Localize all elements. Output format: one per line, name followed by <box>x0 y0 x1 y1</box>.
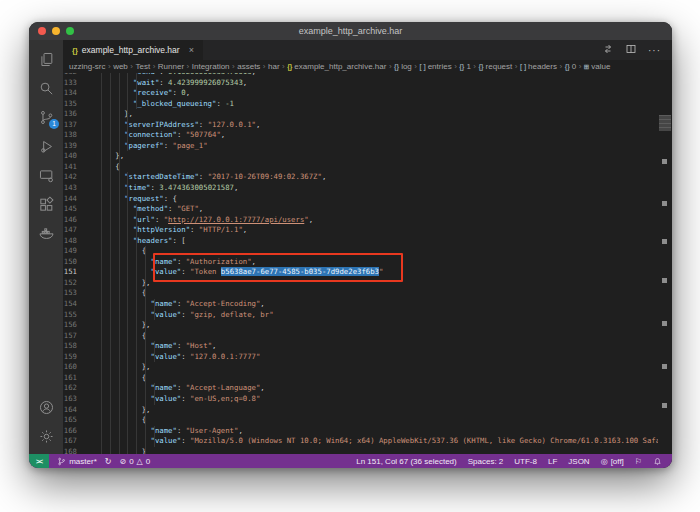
run-debug-icon[interactable] <box>31 132 61 161</box>
remote-indicator[interactable]: >< <box>29 454 49 468</box>
sync-button[interactable]: ↻ <box>105 457 112 466</box>
breadcrumb-label: uzzing-src <box>69 62 105 71</box>
breadcrumb-item[interactable]: web <box>113 62 128 71</box>
git-branch-icon <box>57 457 66 466</box>
breadcrumb-item[interactable]: Integration <box>192 62 230 71</box>
problems-indicator[interactable]: ⊘ 0 △ 0 <box>119 457 150 466</box>
editor[interactable]: 132 "send": 0.10200000933470013,133 "wai… <box>63 73 672 454</box>
code-line[interactable]: 136 }, <box>63 109 658 120</box>
code-line[interactable]: 147 "httpVersion": "HTTP/1.1", <box>63 225 658 236</box>
feedback-flag-icon[interactable]: ⚐ <box>635 457 642 466</box>
open-changes-icon[interactable] <box>602 41 614 59</box>
code-line[interactable]: 137 "serverIPAddress": "127.0.0.1", <box>63 120 658 131</box>
code-segment: 0.10200000933470013 <box>168 73 251 76</box>
breadcrumb-item[interactable]: [ ]entries <box>419 62 451 71</box>
code-line[interactable]: 158 "name": "Host", <box>63 341 658 352</box>
window-title: example_http_archive.har <box>29 26 672 36</box>
close-tab-icon[interactable]: × <box>189 45 194 55</box>
code-line[interactable]: 148 "headers": [ <box>63 236 658 247</box>
breadcrumb-item[interactable]: ⊞value <box>584 62 611 71</box>
breadcrumb-label: Runner <box>158 62 184 71</box>
code-line[interactable]: 145 "method": "GET", <box>63 204 658 215</box>
code-line[interactable]: 138 "connection": "507764", <box>63 130 658 141</box>
breadcrumb-item[interactable]: har <box>268 62 280 71</box>
code-line[interactable]: 159 "value": "127.0.0.1:7777" <box>63 352 658 363</box>
remote-explorer-icon[interactable] <box>31 161 61 190</box>
indentation-setting[interactable]: Spaces: 2 <box>468 457 504 466</box>
code-line[interactable]: 155 "value": "gzip, deflate, br" <box>63 310 658 321</box>
breadcrumb-item[interactable]: {}log <box>394 62 412 71</box>
breadcrumb-label: 1 <box>466 62 470 71</box>
tab-example-http-archive[interactable]: {} example_http_archive.har × <box>63 40 203 60</box>
search-icon[interactable] <box>31 74 61 103</box>
breadcrumb-separator: › <box>263 62 266 71</box>
breadcrumb-item[interactable]: {}1 <box>459 62 471 71</box>
code-line[interactable]: 163 "value": "en-US,en;q=0.8" <box>63 394 658 405</box>
breadcrumb-separator: › <box>108 62 111 71</box>
breadcrumb-separator: › <box>414 62 417 71</box>
code-line[interactable]: 153 { <box>63 288 658 299</box>
breadcrumb-item[interactable]: Runner <box>158 62 184 71</box>
eol-setting[interactable]: LF <box>548 457 557 466</box>
source-control-icon[interactable]: 1 <box>31 103 61 132</box>
code-line[interactable]: 141 { <box>63 162 658 173</box>
code-segment: : <box>164 141 173 150</box>
code-segment: "127.0.0.1:7777" <box>190 352 260 361</box>
code-line[interactable]: 162 "name": "Accept-Language", <box>63 383 658 394</box>
code-line[interactable]: 144 "request": { <box>63 194 658 205</box>
breadcrumb-item[interactable]: {}request <box>479 62 513 71</box>
scrollbar-slider[interactable] <box>659 115 671 131</box>
scm-badge: 1 <box>49 119 59 129</box>
code-line[interactable]: 135 "_blocked_queueing": -1 <box>63 99 658 110</box>
code-line[interactable]: 143 "time": 3.474363005021587, <box>63 183 658 194</box>
more-actions-icon[interactable]: ··· <box>648 45 661 56</box>
extensions-icon[interactable] <box>31 190 61 219</box>
code-line[interactable]: 164 }, <box>63 405 658 416</box>
breadcrumb-item[interactable]: {}example_http_archive.har <box>287 62 386 71</box>
code-segment: "HTTP/1.1" <box>199 225 243 234</box>
code-segment: "serverIPAddress" <box>124 120 199 129</box>
line-number: 163 <box>63 394 89 405</box>
warnings-icon: △ <box>137 457 143 466</box>
line-number: 159 <box>63 352 89 363</box>
code-segment: , <box>186 88 190 97</box>
branch-indicator[interactable]: master* <box>57 457 97 466</box>
code-line[interactable]: 167 "value": "Mozilla/5.0 (Windows NT 10… <box>63 436 658 447</box>
breadcrumb-item[interactable]: assets <box>237 62 260 71</box>
code-line[interactable]: 139 "pageref": "page_1" <box>63 141 658 152</box>
breadcrumb-item[interactable]: {}0 <box>565 62 577 71</box>
cursor-position[interactable]: Ln 151, Col 67 (36 selected) <box>356 457 457 466</box>
code-line[interactable]: 165 { <box>63 415 658 426</box>
breadcrumb-item[interactable]: Test <box>135 62 150 71</box>
code-line[interactable]: 156 }, <box>63 320 658 331</box>
settings-gear-icon[interactable] <box>31 422 61 451</box>
indent-guides <box>101 78 142 89</box>
notifications-bell-icon[interactable] <box>653 457 662 466</box>
code-line[interactable]: 166 "name": "User-Agent", <box>63 426 658 437</box>
code-line[interactable]: 133 "wait": 4.423999926075343, <box>63 78 658 89</box>
code-line[interactable]: 160 }, <box>63 362 658 373</box>
breadcrumb-symbol-icon: {} <box>394 63 399 70</box>
breadcrumb-item[interactable]: uzzing-src <box>69 62 105 71</box>
line-number: 158 <box>63 341 89 352</box>
code-line[interactable]: 134 "receive": 0, <box>63 88 658 99</box>
code-segment: , <box>309 215 313 224</box>
explorer-icon[interactable] <box>31 45 61 74</box>
off-indicator[interactable]: ◎ [off] <box>601 457 624 466</box>
code-line[interactable]: 161 { <box>63 373 658 384</box>
code-segment: : <box>177 383 186 392</box>
code-line[interactable]: 157 { <box>63 331 658 342</box>
code-line[interactable]: 154 "name": "Accept-Encoding", <box>63 299 658 310</box>
encoding-setting[interactable]: UTF-8 <box>514 457 537 466</box>
breadcrumb-item[interactable]: [ ]headers <box>520 62 557 71</box>
code-line[interactable]: 146 "url": "http://127.0.0.1:7777/api/us… <box>63 215 658 226</box>
code-segment: "Mozilla/5.0 (Windows NT 10.0; Win64; x6… <box>190 436 658 445</box>
split-editor-icon[interactable] <box>625 41 637 59</box>
account-icon[interactable] <box>31 393 61 422</box>
code-line[interactable]: 142 "startedDateTime": "2017-10-26T09:49… <box>63 172 658 183</box>
language-mode[interactable]: JSON <box>568 457 589 466</box>
code-line[interactable]: 140 }, <box>63 151 658 162</box>
code-segment: , <box>322 172 326 181</box>
code-line[interactable]: 168 } <box>63 447 658 454</box>
docker-icon[interactable] <box>31 219 61 248</box>
